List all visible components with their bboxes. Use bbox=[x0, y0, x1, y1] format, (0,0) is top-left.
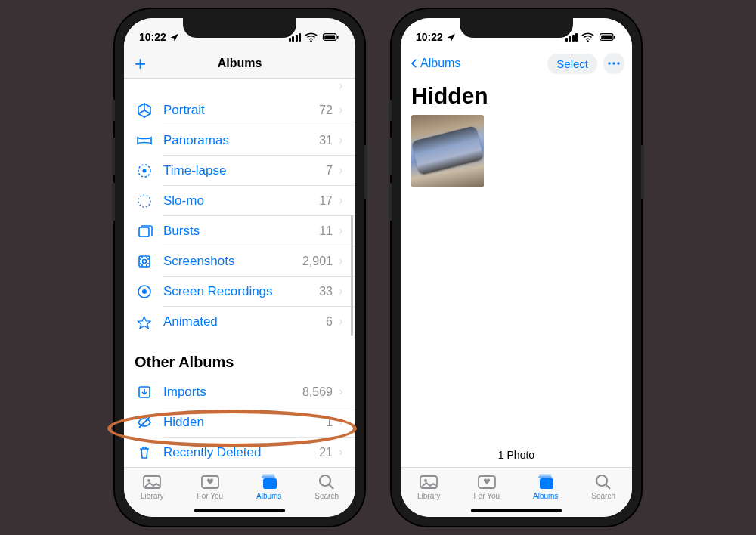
chevron-right-icon bbox=[337, 387, 345, 397]
tab-label: For You bbox=[474, 492, 500, 500]
foryou-tab-icon bbox=[200, 472, 220, 490]
hidden-icon bbox=[135, 414, 154, 431]
more-button[interactable] bbox=[603, 53, 624, 74]
back-button[interactable]: Albums bbox=[408, 56, 460, 71]
tab-search[interactable]: Search bbox=[314, 472, 339, 500]
tab-albums[interactable]: Albums bbox=[256, 472, 281, 500]
tab-library[interactable]: Library bbox=[417, 472, 441, 500]
row-label: Screen Recordings bbox=[163, 284, 319, 299]
media-row-slo-mo[interactable]: Slo-mo17 bbox=[124, 186, 355, 216]
chevron-right-icon bbox=[337, 81, 345, 91]
screenshot-icon bbox=[135, 253, 154, 270]
chevron-right-icon bbox=[337, 165, 345, 176]
pano-icon bbox=[135, 132, 154, 149]
row-count: 31 bbox=[319, 134, 333, 147]
trash-icon bbox=[135, 444, 154, 461]
albums-tab-icon bbox=[536, 472, 556, 490]
row-count: 17 bbox=[319, 194, 333, 208]
home-indicator[interactable] bbox=[471, 509, 562, 512]
cube-icon bbox=[135, 102, 154, 119]
animated-icon bbox=[135, 314, 154, 330]
bursts-icon bbox=[135, 223, 154, 240]
row-label: Panoramas bbox=[163, 133, 319, 148]
slomo-icon bbox=[135, 193, 154, 209]
location-icon bbox=[446, 32, 455, 42]
row-label: Time-lapse bbox=[163, 163, 326, 178]
chevron-left-icon bbox=[408, 56, 420, 71]
back-label: Albums bbox=[420, 57, 460, 70]
chevron-right-icon bbox=[337, 226, 345, 237]
row-label: Hidden bbox=[163, 415, 326, 430]
row-label: Slo-mo bbox=[163, 193, 319, 209]
album-list-content[interactable]: . Portrait72Panoramas31Time-lapse7Slo-mo… bbox=[124, 79, 355, 467]
section-header-other: Other Albums bbox=[124, 337, 355, 377]
svg-point-24 bbox=[617, 62, 619, 64]
timelapse-icon bbox=[135, 162, 154, 179]
page-title: Hidden bbox=[401, 79, 632, 115]
record-icon bbox=[135, 283, 154, 300]
phone-1-albums-list: 10:22 + Albums . Portrait72Panoramas31Ti… bbox=[115, 9, 364, 526]
chevron-right-icon bbox=[337, 317, 345, 327]
tab-foryou[interactable]: For You bbox=[474, 472, 500, 500]
photo-count-label: 1 Photo bbox=[401, 443, 632, 464]
row-count: 6 bbox=[326, 315, 333, 329]
chevron-right-icon bbox=[337, 417, 345, 428]
other-row-hidden[interactable]: Hidden1 bbox=[124, 407, 355, 438]
tab-label: For You bbox=[197, 492, 223, 500]
hidden-album-content[interactable]: Hidden 1 Photo bbox=[401, 79, 632, 467]
add-album-button[interactable]: + bbox=[135, 54, 146, 73]
phone-2-hidden-album: 10:22 Albums Select Hidden bbox=[392, 9, 641, 526]
ellipsis-icon bbox=[608, 62, 620, 65]
chevron-right-icon bbox=[337, 135, 345, 146]
library-tab-icon bbox=[419, 472, 438, 490]
tab-foryou[interactable]: For You bbox=[197, 472, 223, 500]
home-indicator[interactable] bbox=[194, 509, 285, 512]
row-count: 72 bbox=[319, 104, 333, 117]
row-label: Bursts bbox=[163, 224, 319, 239]
nav-title: Albums bbox=[218, 57, 262, 70]
row-count: 21 bbox=[319, 446, 333, 459]
tab-albums[interactable]: Albums bbox=[533, 472, 558, 500]
media-row-portrait[interactable]: Portrait72 bbox=[124, 95, 355, 125]
scrollbar[interactable] bbox=[351, 215, 353, 336]
row-label: Animated bbox=[163, 314, 326, 329]
row-label: Imports bbox=[163, 385, 302, 400]
imports-icon bbox=[135, 384, 154, 400]
tab-library[interactable]: Library bbox=[141, 472, 164, 500]
status-time: 10:22 bbox=[139, 31, 166, 43]
photo-thumbnail[interactable] bbox=[411, 115, 484, 187]
row-count: 7 bbox=[326, 164, 333, 178]
battery-icon bbox=[321, 32, 340, 42]
search-tab-icon bbox=[593, 472, 613, 490]
media-row-animated[interactable]: Animated6 bbox=[124, 307, 355, 337]
albums-tab-icon bbox=[259, 472, 279, 490]
chevron-right-icon bbox=[337, 286, 345, 297]
library-tab-icon bbox=[142, 472, 162, 490]
chevron-right-icon bbox=[337, 256, 345, 267]
media-row-screen-recordings[interactable]: Screen Recordings33 bbox=[124, 277, 355, 307]
chevron-right-icon bbox=[337, 196, 345, 206]
chevron-right-icon bbox=[337, 105, 345, 116]
battery-icon bbox=[598, 32, 617, 42]
select-button[interactable]: Select bbox=[547, 54, 597, 74]
tab-label: Albums bbox=[533, 492, 558, 500]
row-label: Screenshots bbox=[163, 254, 302, 269]
row-count: 11 bbox=[319, 224, 333, 238]
other-row-imports[interactable]: Imports8,569 bbox=[124, 377, 355, 407]
wifi-icon bbox=[581, 31, 594, 44]
row-count: 1 bbox=[326, 416, 333, 429]
foryou-tab-icon bbox=[477, 472, 497, 490]
search-tab-icon bbox=[317, 472, 336, 490]
tab-search[interactable]: Search bbox=[591, 472, 615, 500]
media-row-bursts[interactable]: Bursts11 bbox=[124, 216, 355, 246]
media-row-time-lapse[interactable]: Time-lapse7 bbox=[124, 156, 355, 186]
nav-bar: Albums Select bbox=[401, 48, 632, 79]
row-label: Portrait bbox=[163, 103, 319, 118]
chevron-right-icon bbox=[337, 447, 345, 458]
media-row-screenshots[interactable]: Screenshots2,901 bbox=[124, 246, 355, 277]
location-icon bbox=[169, 32, 178, 42]
notch bbox=[460, 18, 573, 38]
svg-point-23 bbox=[612, 62, 615, 64]
media-row-panoramas[interactable]: Panoramas31 bbox=[124, 125, 355, 156]
other-row-recently-deleted[interactable]: Recently Deleted21 bbox=[124, 438, 355, 467]
